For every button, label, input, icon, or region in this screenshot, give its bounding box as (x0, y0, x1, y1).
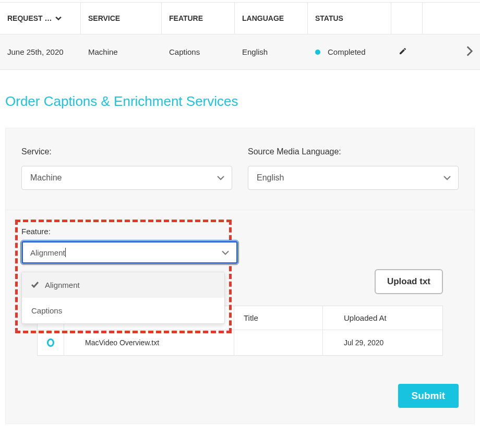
feature-label: Feature: (21, 227, 238, 236)
feature-dropdown: Alignment Captions (21, 272, 225, 324)
edit-cell[interactable] (391, 34, 423, 69)
cell-status-text: Completed (328, 47, 366, 56)
feature-select-value: Alignment (30, 248, 65, 257)
chevron-down-icon (217, 173, 224, 183)
language-field: Source Media Language: English (248, 147, 459, 190)
service-select[interactable]: Machine (21, 166, 232, 190)
sort-icon (55, 15, 62, 22)
requests-table: REQUEST … SERVICE FEATURE LANGUAGE STATU… (0, 2, 480, 70)
language-label: Source Media Language: (248, 147, 459, 156)
edit-icon (399, 47, 407, 57)
cell-language: English (235, 34, 308, 69)
request-row[interactable]: June 25th, 2020 Machine Captions English… (0, 34, 480, 70)
file-col-title: Title (234, 306, 322, 330)
submit-row: Submit (6, 366, 474, 413)
cell-status: Completed (308, 34, 391, 69)
file-row-name: MacVideo Overview.txt (64, 330, 234, 355)
cell-request-date: June 25th, 2020 (0, 34, 81, 69)
chevron-down-icon (222, 248, 229, 257)
column-feature[interactable]: FEATURE (162, 3, 235, 34)
language-select[interactable]: English (248, 166, 459, 190)
feature-option-label: Alignment (45, 281, 80, 289)
requests-table-header: REQUEST … SERVICE FEATURE LANGUAGE STATU… (0, 3, 480, 34)
service-label: Service: (21, 147, 232, 156)
service-select-value: Machine (30, 173, 62, 183)
expand-cell[interactable] (423, 34, 480, 69)
upload-txt-button[interactable]: Upload txt (375, 269, 443, 294)
feature-option-captions[interactable]: Captions (22, 298, 224, 323)
column-status[interactable]: STATUS (308, 3, 391, 34)
file-row[interactable]: MacVideo Overview.txt Jul 29, 2020 (38, 330, 442, 355)
file-row-uploaded: Jul 29, 2020 (322, 330, 442, 355)
feature-option-label: Captions (31, 306, 62, 315)
radio-icon (47, 338, 54, 347)
column-expand-spacer (423, 3, 480, 34)
column-actions-spacer (391, 3, 423, 34)
service-field: Service: Machine (21, 147, 232, 190)
top-fields-row: Service: Machine Source Media Language: … (6, 128, 474, 200)
cell-service: Machine (81, 34, 162, 69)
file-row-title (234, 330, 322, 355)
chevron-right-icon (466, 46, 473, 58)
column-language[interactable]: LANGUAGE (235, 3, 308, 34)
feature-wrap: Feature: Alignment Alignment Captions (21, 227, 238, 264)
language-select-value: English (257, 173, 284, 183)
order-panel: Service: Machine Source Media Language: … (5, 128, 475, 424)
status-dot-icon (315, 50, 320, 55)
column-service[interactable]: SERVICE (81, 3, 162, 34)
section-title: Order Captions & Enrichment Services (5, 93, 480, 110)
feature-select[interactable]: Alignment (21, 241, 238, 264)
column-request[interactable]: REQUEST … (0, 3, 81, 34)
feature-area: Feature: Alignment Alignment Captions (6, 210, 474, 366)
column-request-label: REQUEST … (7, 14, 52, 22)
submit-button[interactable]: Submit (398, 384, 459, 408)
text-caret (65, 248, 66, 257)
chevron-down-icon (443, 173, 451, 183)
check-icon (31, 281, 39, 289)
cell-feature: Captions (162, 34, 235, 69)
feature-option-alignment[interactable]: Alignment (22, 272, 224, 298)
file-col-uploaded: Uploaded At (322, 306, 442, 330)
file-row-select[interactable] (38, 330, 64, 355)
